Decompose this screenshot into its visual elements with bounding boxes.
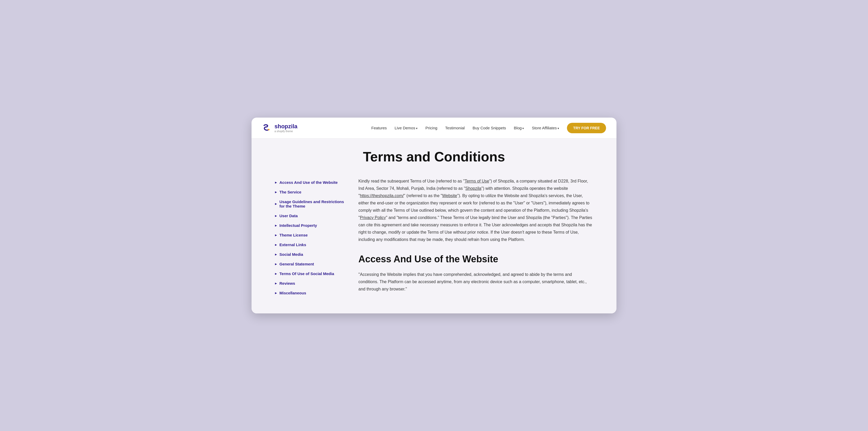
section1-heading: Access And Use of the Website [359, 254, 593, 265]
toc-item-reviews[interactable]: Reviews [275, 278, 348, 288]
toc-item-general-statement[interactable]: General Statement [275, 259, 348, 269]
toc-item-terms-social-media[interactable]: Terms Of Use of Social Media [275, 269, 348, 278]
svg-point-0 [268, 129, 270, 130]
toc-item-user-data[interactable]: User Data [275, 211, 348, 221]
toc-item-external-links[interactable]: External Links [275, 240, 348, 249]
logo-sub: a shopify theme [275, 130, 298, 133]
browser-window: shopzila a shopify theme Features Live D… [251, 118, 617, 313]
toc-item-intellectual-property[interactable]: Intellectual Property [275, 221, 348, 230]
content-layout: Access And Use of the Website The Servic… [265, 178, 603, 298]
navbar: shopzila a shopify theme Features Live D… [251, 118, 617, 138]
nav-item-blog[interactable]: Blog [514, 126, 524, 130]
nav-item-buy-code[interactable]: Buy Code Snippets [472, 126, 506, 130]
toc-item-access[interactable]: Access And Use of the Website [275, 178, 348, 187]
logo-icon [262, 123, 272, 133]
toc-item-theme-license[interactable]: Theme License [275, 230, 348, 240]
toc-item-miscellaneous[interactable]: Miscellaneous [275, 288, 348, 298]
nav-item-pricing[interactable]: Pricing [425, 126, 437, 130]
nav-item-features[interactable]: Features [371, 126, 387, 130]
nav-item-live-demos[interactable]: Live Demos [395, 126, 417, 130]
toc-item-service[interactable]: The Service [275, 187, 348, 197]
nav-cta[interactable]: TRY FOR FREE [567, 126, 606, 130]
nav-item-testimonial[interactable]: Testimonial [445, 126, 465, 130]
sidebar-toc: Access And Use of the Website The Servic… [275, 178, 348, 298]
text-content: Kindly read the subsequent Terms of Use … [359, 178, 593, 298]
nav-links: Features Live Demos Pricing Testimonial … [371, 126, 606, 130]
nav-item-store-affiliates[interactable]: Store Affiliates [532, 126, 559, 130]
toc-item-social-media[interactable]: Social Media [275, 249, 348, 259]
section1-text: "Accessing the Website implies that you … [359, 271, 593, 293]
intro-paragraph: Kindly read the subsequent Terms of Use … [359, 178, 593, 243]
main-content: Terms and Conditions Access And Use of t… [251, 138, 617, 313]
logo[interactable]: shopzila a shopify theme [262, 123, 298, 133]
toc-item-usage[interactable]: Usage Guidelines and Restrictions for th… [275, 197, 348, 211]
page-title: Terms and Conditions [251, 149, 617, 164]
logo-text: shopzila a shopify theme [275, 123, 298, 133]
logo-name: shopzila [275, 123, 298, 130]
